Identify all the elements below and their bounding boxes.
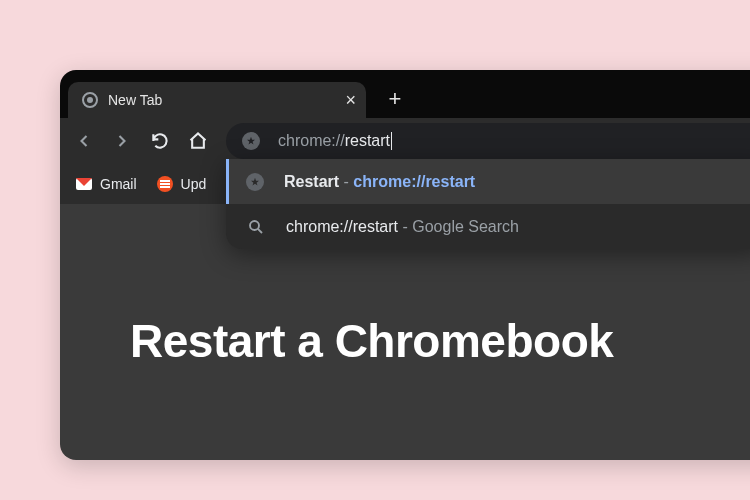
bookmark-gmail[interactable]: Gmail — [76, 176, 137, 192]
svg-point-1 — [87, 97, 93, 103]
chrome-favicon-icon — [82, 92, 98, 108]
tab-new-tab[interactable]: New Tab × — [68, 82, 366, 118]
back-button[interactable] — [70, 127, 98, 155]
address-bar[interactable]: chrome://restart — [226, 123, 750, 159]
suggestion-title: Restart — [284, 173, 339, 190]
suggestion-dash: - — [398, 218, 412, 235]
suggestion-dash: - — [339, 173, 353, 190]
text-cursor-icon — [391, 132, 392, 150]
url-typed: restart — [345, 132, 390, 149]
browser-window: New Tab × + chrome://restart G — [60, 70, 750, 460]
bookmark-star-icon — [246, 173, 264, 191]
close-tab-icon[interactable]: × — [345, 91, 356, 109]
bookmark-label: Gmail — [100, 176, 137, 192]
tab-strip: New Tab × + — [60, 70, 750, 118]
reload-button[interactable] — [146, 127, 174, 155]
bookmark-star-icon — [242, 132, 260, 150]
forward-button[interactable] — [108, 127, 136, 155]
suggestion-text: Restart - chrome://restart — [284, 173, 475, 191]
gmail-icon — [76, 178, 92, 190]
suggestion-restart-url[interactable]: Restart - chrome://restart — [226, 159, 750, 204]
svg-point-2 — [250, 221, 259, 230]
suggestion-source: Google Search — [412, 218, 519, 235]
suggestion-query: chrome://restart — [286, 218, 398, 235]
suggestion-text: chrome://restart - Google Search — [286, 218, 519, 236]
suggestion-url: chrome://restart — [353, 173, 475, 190]
url-prefix: chrome:// — [278, 132, 345, 149]
home-button[interactable] — [184, 127, 212, 155]
page-headline: Restart a Chromebook — [130, 314, 613, 368]
omnibox-suggestions: Restart - chrome://restart chrome://rest… — [226, 159, 750, 249]
tab-title: New Tab — [108, 92, 162, 108]
suggestion-search[interactable]: chrome://restart - Google Search — [226, 204, 750, 249]
update-icon — [157, 176, 173, 192]
address-bar-url: chrome://restart — [278, 132, 392, 151]
toolbar: chrome://restart — [60, 118, 750, 164]
search-icon — [246, 217, 266, 237]
bookmark-update[interactable]: Upd — [157, 176, 207, 192]
bookmark-label: Upd — [181, 176, 207, 192]
new-tab-button[interactable]: + — [380, 84, 410, 114]
